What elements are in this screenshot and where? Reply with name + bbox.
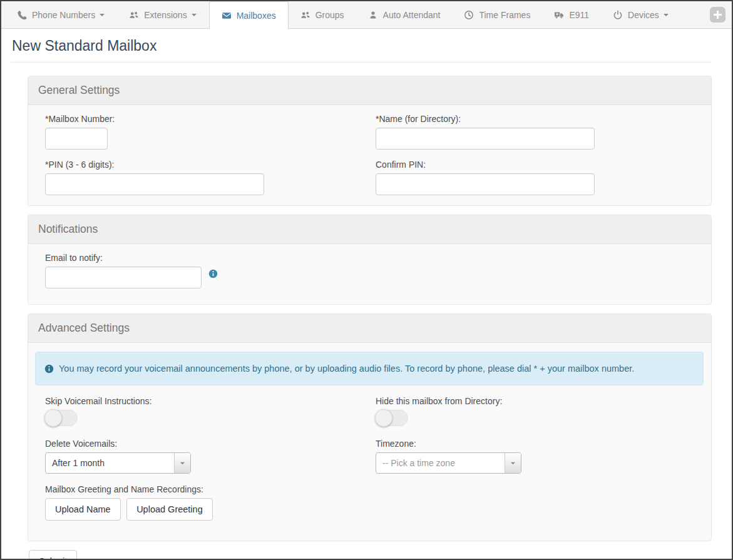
- main-nav: Phone Numbers Extensions Mailboxes Group…: [1, 1, 732, 29]
- selected-option: After 1 month: [46, 453, 190, 473]
- skip-instructions-label: Skip Voicemail Instructions:: [45, 396, 376, 406]
- tab-label: Groups: [315, 10, 344, 20]
- pin-label: *PIN (3 - 6 digits):: [45, 160, 376, 170]
- notifications-body: Email to notify:: [28, 244, 711, 304]
- tab-mailboxes[interactable]: Mailboxes: [209, 1, 289, 29]
- tab-devices[interactable]: Devices: [601, 1, 681, 28]
- directory-name-field: *Name (for Directory):: [376, 114, 694, 150]
- timezone-field: Timezone: -- Pick a time zone: [376, 439, 694, 474]
- upload-name-button[interactable]: Upload Name: [45, 498, 121, 521]
- email-notify-label: Email to notify:: [45, 253, 694, 263]
- tab-label: Mailboxes: [237, 11, 276, 21]
- pin-field: *PIN (3 - 6 digits):: [45, 160, 376, 195]
- user-icon: [368, 10, 378, 20]
- notifications-header: Notifications: [28, 215, 711, 244]
- info-circle-icon: [44, 364, 54, 374]
- upload-greeting-button[interactable]: Upload Greeting: [126, 498, 213, 521]
- tab-label: Auto Attendant: [383, 10, 441, 20]
- record-info-alert: You may record your voicemail announceme…: [35, 352, 704, 385]
- mailbox-number-label: *Mailbox Number:: [45, 114, 376, 124]
- envelope-icon: [222, 11, 232, 21]
- pin-input[interactable]: [45, 173, 264, 195]
- tab-extensions[interactable]: Extensions: [117, 1, 208, 28]
- chevron-down-icon: [99, 12, 105, 18]
- hide-directory-field: Hide this mailbox from Directory:: [376, 396, 694, 426]
- tab-auto-attendant[interactable]: Auto Attendant: [356, 1, 453, 28]
- tab-label: E911: [569, 10, 589, 20]
- timezone-select[interactable]: -- Pick a time zone: [376, 452, 521, 474]
- clock-icon: [464, 10, 474, 20]
- delete-voicemails-label: Delete Voicemails:: [45, 439, 376, 449]
- chevron-down-icon: [191, 12, 197, 18]
- general-settings-header: General Settings: [28, 76, 711, 105]
- toggle-knob: [44, 409, 62, 427]
- hide-directory-label: Hide this mailbox from Directory:: [376, 396, 694, 406]
- recordings-label: Mailbox Greeting and Name Recordings:: [45, 484, 694, 494]
- notifications-panel: Notifications Email to notify:: [28, 215, 712, 305]
- email-notify-input[interactable]: [45, 267, 202, 288]
- directory-name-label: *Name (for Directory):: [376, 114, 694, 124]
- tab-label: Phone Numbers: [32, 10, 95, 20]
- advanced-settings-body: Skip Voicemail Instructions: Hide this m…: [28, 396, 711, 541]
- skip-instructions-toggle[interactable]: [45, 410, 78, 426]
- add-button[interactable]: [710, 7, 725, 23]
- directory-name-input[interactable]: [376, 128, 595, 150]
- users-icon: [300, 10, 310, 20]
- delete-voicemails-select[interactable]: After 1 month: [45, 452, 191, 474]
- toggle-knob: [375, 409, 392, 427]
- chevron-down-icon: [510, 461, 516, 466]
- email-notify-field: Email to notify:: [45, 253, 694, 288]
- tab-phone-numbers[interactable]: Phone Numbers: [5, 1, 117, 28]
- general-settings-panel: General Settings *Mailbox Number: *Name …: [28, 76, 712, 206]
- recordings-field: Mailbox Greeting and Name Recordings: Up…: [45, 484, 694, 521]
- confirm-pin-input[interactable]: [376, 173, 595, 195]
- phone-icon: [17, 10, 27, 20]
- record-info-text: You may record your voicemail announceme…: [59, 362, 634, 375]
- hide-directory-toggle[interactable]: [376, 410, 408, 426]
- select-arrow-button: [174, 453, 190, 473]
- confirm-pin-label: Confirm PIN:: [376, 160, 694, 170]
- skip-instructions-field: Skip Voicemail Instructions:: [45, 396, 376, 426]
- chevron-down-icon: [663, 12, 669, 18]
- chevron-down-icon: [180, 461, 185, 466]
- tab-label: Extensions: [144, 10, 187, 20]
- general-settings-body: *Mailbox Number: *Name (for Directory): …: [28, 105, 711, 205]
- tab-time-frames[interactable]: Time Frames: [452, 1, 542, 28]
- selected-option: -- Pick a time zone: [376, 453, 521, 473]
- power-icon: [613, 10, 623, 20]
- select-arrow-button: [505, 453, 521, 473]
- tab-e911[interactable]: E911: [542, 1, 601, 28]
- page-title: New Standard Mailbox: [12, 38, 712, 54]
- tab-label: Devices: [628, 10, 659, 20]
- mailbox-number-field: *Mailbox Number:: [45, 114, 376, 150]
- users-icon: [129, 10, 139, 20]
- timezone-label: Timezone:: [376, 439, 694, 449]
- app-window: Phone Numbers Extensions Mailboxes Group…: [0, 0, 733, 560]
- advanced-settings-panel: Advanced Settings You may record your vo…: [28, 313, 712, 541]
- delete-voicemails-field: Delete Voicemails: After 1 month: [45, 439, 376, 474]
- mailbox-number-input[interactable]: [45, 128, 108, 150]
- tab-groups[interactable]: Groups: [289, 1, 356, 28]
- confirm-pin-field: Confirm PIN:: [376, 160, 694, 195]
- advanced-settings-header: Advanced Settings: [28, 314, 711, 343]
- submit-button[interactable]: Submit: [29, 550, 77, 560]
- title-divider: [11, 62, 712, 63]
- page-content: New Standard Mailbox General Settings *M…: [1, 29, 732, 560]
- info-circle-icon: [208, 269, 218, 278]
- tab-label: Time Frames: [479, 10, 530, 20]
- form-actions: Submit: [29, 550, 712, 560]
- ambulance-icon: [554, 10, 564, 20]
- plus-icon: [714, 11, 722, 19]
